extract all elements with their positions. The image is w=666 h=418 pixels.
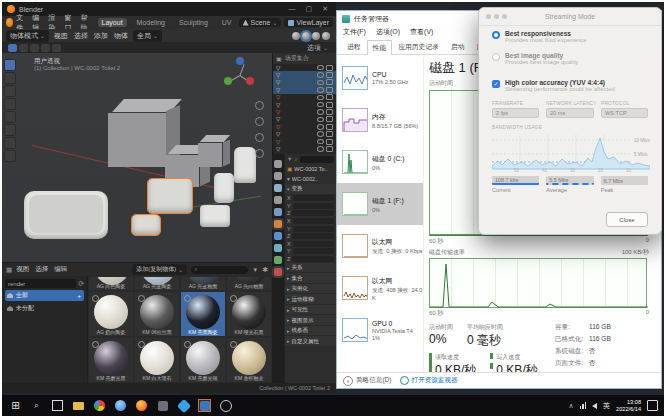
- annotate-tool-icon[interactable]: [4, 137, 16, 149]
- viewport-menu-2[interactable]: 添加: [94, 31, 108, 41]
- perf-sidebar-以太网-4[interactable]: 以太网发送: 0 接收: 0 Kbps: [337, 225, 423, 267]
- camera-icon[interactable]: [326, 87, 333, 93]
- eye-icon[interactable]: [317, 124, 324, 130]
- language-indicator[interactable]: 英: [603, 401, 610, 411]
- taskbar-active-app-icon[interactable]: [198, 399, 211, 412]
- latency-dropdown[interactable]: 20 ms: [546, 108, 594, 118]
- tab-性能[interactable]: 性能: [367, 40, 393, 55]
- outliner-object-row[interactable]: ▽: [273, 101, 336, 108]
- rotate-tool-icon[interactable]: [4, 98, 16, 110]
- close-button[interactable]: Close: [606, 212, 648, 227]
- camera-view-icon[interactable]: [255, 133, 264, 142]
- protocol-dropdown[interactable]: WS:TCP: [601, 108, 648, 118]
- tm-menu-0[interactable]: 文件(F): [343, 27, 366, 37]
- pan-hand-icon[interactable]: [255, 117, 264, 126]
- properties-section-视图显示[interactable]: ▸视图显示: [285, 315, 336, 326]
- 3d-toilet-2[interactable]: [214, 173, 234, 203]
- perf-sidebar-CPU-0[interactable]: CPU17% 2.50 GHz: [337, 57, 423, 99]
- taskbar-start-icon[interactable]: ⊞: [9, 399, 22, 412]
- outliner-object-row[interactable]: ▽: [273, 131, 336, 138]
- refresh-icon[interactable]: ⟳: [78, 280, 84, 288]
- render-tab-icon[interactable]: [274, 172, 282, 180]
- eye-icon[interactable]: [317, 80, 324, 86]
- eye-icon[interactable]: [317, 102, 324, 108]
- output-tab-icon[interactable]: [274, 184, 282, 192]
- tool-tab-icon[interactable]: [274, 160, 282, 168]
- eye-icon[interactable]: [317, 65, 324, 71]
- asset-item[interactable]: KM 香槟釉金: [226, 337, 272, 383]
- tool-toggle-5[interactable]: [52, 44, 61, 52]
- eye-icon[interactable]: [317, 95, 324, 101]
- perf-sidebar-内存-1[interactable]: 内存8.8/15.7 GB (56%): [337, 99, 423, 141]
- 3d-bidet-selected[interactable]: [132, 215, 160, 235]
- mode-selector[interactable]: 物体模式 ⌄: [6, 30, 49, 42]
- cursor-tool-icon[interactable]: [4, 72, 16, 84]
- radio-selected-icon[interactable]: [492, 31, 500, 39]
- data-tab-icon[interactable]: [274, 256, 282, 264]
- transform-field-位置-Y[interactable]: Y: [285, 202, 336, 210]
- viewport-menu-1[interactable]: 选择: [74, 31, 88, 41]
- asset-item[interactable]: KM 哑光石黑: [226, 291, 272, 337]
- transform-field-旋转-Y[interactable]: Y: [285, 225, 336, 233]
- outliner-object-row[interactable]: ▽: [273, 123, 336, 130]
- tray-overflow-chevron[interactable]: ∧: [568, 402, 573, 410]
- transform-tool-icon[interactable]: [4, 124, 16, 136]
- transform-orientation[interactable]: 全局 ⌄: [133, 30, 162, 42]
- option-best-responsiveness[interactable]: Best responsiveness Provides most fluid …: [492, 30, 648, 43]
- dialog-minimize-dot[interactable]: [494, 14, 499, 19]
- properties-section-关系[interactable]: ▸关系: [285, 263, 336, 274]
- plus-icon[interactable]: +: [77, 293, 84, 299]
- asset-item[interactable]: KM 亮黑陶瓷: [180, 291, 226, 337]
- gizmo-z-axis[interactable]: [236, 57, 244, 65]
- action-center-icon[interactable]: [647, 400, 658, 411]
- outliner-object-row[interactable]: ▽: [273, 94, 336, 101]
- tab-进程[interactable]: 进程: [341, 39, 367, 54]
- asset-menu-2[interactable]: 编辑: [54, 265, 67, 274]
- modifier-tab-icon[interactable]: [274, 232, 282, 240]
- workspace-tab-modeling[interactable]: Modeling: [133, 18, 169, 27]
- option-best-image-quality[interactable]: Best image quality Provides best image q…: [492, 52, 648, 65]
- taskbar-chrome-icon[interactable]: [93, 399, 106, 412]
- eye-icon[interactable]: [317, 109, 324, 115]
- transform-field-旋转-X[interactable]: X: [285, 217, 336, 225]
- gear-icon[interactable]: ✱: [262, 266, 268, 274]
- shading-solid-icon[interactable]: [302, 32, 310, 40]
- camera-icon[interactable]: [326, 124, 333, 130]
- workspace-tab-layout[interactable]: Layout: [98, 18, 127, 27]
- taskbar-task-view-icon[interactable]: [51, 399, 64, 412]
- outliner-object-row[interactable]: ▽: [273, 108, 336, 115]
- 3d-cube-small[interactable]: [198, 135, 232, 167]
- 3d-sink[interactable]: [200, 205, 230, 227]
- data-name-row[interactable]: ▾ WC-0002..: [285, 174, 336, 184]
- object-name-row[interactable]: ▣ WC-0002 To..: [285, 164, 336, 174]
- properties-section-集合[interactable]: ▸集合: [285, 273, 336, 284]
- physics-tab-icon[interactable]: [274, 244, 282, 252]
- tool-toggle-1[interactable]: [8, 44, 17, 52]
- import-method-dropdown[interactable]: 添加(复制物体) ⌄: [132, 264, 187, 275]
- checkbox-checked-icon[interactable]: ✓: [492, 80, 500, 88]
- camera-icon[interactable]: [326, 131, 333, 137]
- transform-field-旋转-Z[interactable]: Z: [285, 232, 336, 240]
- properties-search[interactable]: [300, 156, 334, 163]
- 3d-bathtub[interactable]: [24, 191, 108, 239]
- zoom-icon[interactable]: [255, 101, 264, 110]
- tab-应用历史记录[interactable]: 应用历史记录: [392, 39, 445, 54]
- eye-icon[interactable]: [317, 72, 324, 78]
- transform-field-缩放-X[interactable]: X: [285, 240, 336, 248]
- scale-tool-icon[interactable]: [4, 111, 16, 123]
- dialog-zoom-dot[interactable]: [502, 14, 507, 19]
- asset-item[interactable]: AG 亮蓝陶瓷: [134, 276, 180, 291]
- taskbar-app-tool-icon[interactable]: [177, 399, 190, 412]
- properties-section-线条画[interactable]: ▸线条画: [285, 326, 336, 337]
- eye-icon[interactable]: [317, 117, 324, 123]
- camera-icon[interactable]: [326, 146, 333, 152]
- taskbar-clock[interactable]: 13:08 2022/6/14: [616, 399, 641, 412]
- eye-icon[interactable]: [317, 139, 324, 145]
- navigation-gizmo[interactable]: [224, 59, 258, 93]
- shading-wireframe-icon[interactable]: [292, 32, 300, 40]
- taskbar-file-explorer-icon[interactable]: [72, 399, 85, 412]
- viewport-menu-0[interactable]: 视图: [54, 31, 68, 41]
- transform-field-位置-X[interactable]: X: [285, 195, 336, 203]
- asset-item[interactable]: KM 06拉丝黑: [134, 291, 180, 337]
- asset-item[interactable]: KM 亮磨光黑: [88, 337, 134, 383]
